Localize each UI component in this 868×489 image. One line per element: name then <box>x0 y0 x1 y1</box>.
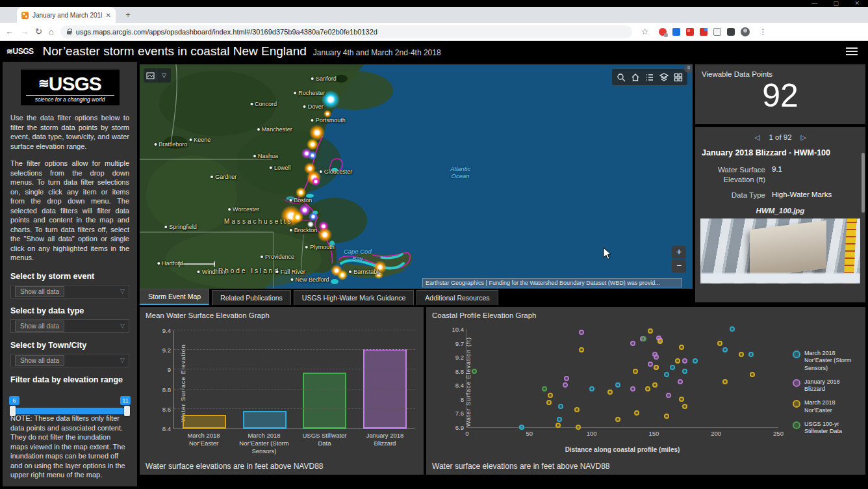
scatter-point[interactable] <box>633 369 638 374</box>
scatter-point[interactable] <box>589 386 594 391</box>
map-layers-icon[interactable] <box>657 69 671 85</box>
scatter-point[interactable] <box>730 326 735 332</box>
scatter-point[interactable] <box>664 414 669 419</box>
scatter-point[interactable] <box>748 352 754 357</box>
forward-button[interactable]: → <box>20 27 29 36</box>
map-home-icon[interactable] <box>628 69 643 85</box>
tab-related-publications[interactable]: Related Publications <box>212 290 291 305</box>
bar[interactable] <box>303 373 346 429</box>
legend-item[interactable]: March 2018 Nor’Easter <box>793 399 862 414</box>
bar[interactable] <box>243 411 287 429</box>
extension-icon[interactable] <box>659 28 667 36</box>
map-image-tool-button[interactable] <box>144 68 157 83</box>
profile-avatar[interactable] <box>741 27 750 36</box>
pager-prev-icon[interactable]: ◁ <box>754 133 760 141</box>
scatter-point[interactable] <box>682 358 687 363</box>
scatter-point[interactable] <box>682 404 687 409</box>
scatter-point[interactable] <box>652 382 657 388</box>
reload-button[interactable]: ↻ <box>35 27 42 36</box>
zoom-out-button[interactable]: − <box>672 259 686 272</box>
tab-additional-resources[interactable]: Additional Resources <box>416 290 498 305</box>
tab-close-icon[interactable]: ✕ <box>106 12 111 19</box>
scatter-point[interactable] <box>555 423 561 428</box>
scatter-point[interactable] <box>634 410 639 416</box>
window-maximize-button[interactable]: ▢ <box>833 1 839 7</box>
scatter-point[interactable] <box>717 341 722 346</box>
storm-event-selected-value[interactable]: Show all data <box>15 286 64 297</box>
slider-min-handle[interactable] <box>10 406 16 416</box>
scatter-point[interactable] <box>472 369 477 374</box>
scatter-point[interactable] <box>666 393 671 398</box>
scatter-point[interactable] <box>645 386 650 391</box>
legend-item[interactable]: March 2018 Nor’Easter (Storm Sensors) <box>793 350 862 372</box>
map-tools-chevron-button[interactable]: ▽ <box>157 68 171 83</box>
scatter-point[interactable] <box>664 372 669 377</box>
extension-icon[interactable] <box>672 28 680 36</box>
legend-item[interactable]: USGS 100-yr Stillwater Data <box>793 421 862 436</box>
map-search-icon[interactable] <box>614 69 628 85</box>
scatter-point[interactable] <box>648 362 653 367</box>
scatter-point[interactable] <box>579 330 584 335</box>
window-close-button[interactable]: ✕ <box>854 1 860 7</box>
hwm-photo[interactable] <box>700 218 860 284</box>
scatter-point[interactable] <box>542 386 547 391</box>
scatter-point[interactable] <box>682 369 687 374</box>
slider-max-handle[interactable] <box>124 406 130 416</box>
scatter-point[interactable] <box>615 417 620 422</box>
town-city-selected-value[interactable]: Show all data <box>15 355 64 366</box>
data-type-selected-value[interactable]: Show all data <box>15 321 64 332</box>
panel-drag-handle-icon[interactable]: ⠿ <box>684 64 693 73</box>
slider-track[interactable] <box>12 408 128 414</box>
scatter-point[interactable] <box>546 400 552 405</box>
scatter-point[interactable] <box>722 379 728 384</box>
scatter-point[interactable] <box>679 397 684 402</box>
details-scrollbar[interactable] <box>862 153 865 213</box>
scatter-point[interactable] <box>563 382 568 388</box>
map-legend-icon[interactable] <box>643 69 657 85</box>
scatter-point[interactable] <box>722 347 728 352</box>
browser-menu-icon[interactable]: ⋮ <box>759 27 767 36</box>
scatter-point[interactable] <box>739 352 744 357</box>
scatter-point[interactable] <box>630 386 635 391</box>
pager-next-icon[interactable]: ▷ <box>801 133 806 141</box>
scatter-point[interactable] <box>679 345 684 350</box>
scatter-point[interactable] <box>678 379 683 384</box>
data-type-dropdown[interactable]: Show all data ▽ <box>10 319 129 333</box>
scatter-point[interactable] <box>654 365 659 370</box>
scatter-point[interactable] <box>557 417 562 422</box>
scatter-point[interactable] <box>750 372 755 377</box>
extension-icon[interactable] <box>700 28 708 36</box>
extension-icon[interactable] <box>713 28 721 36</box>
home-button[interactable]: ⌂ <box>49 27 54 36</box>
zoom-in-button[interactable]: + <box>672 246 686 259</box>
scatter-point[interactable] <box>641 336 646 341</box>
scatter-point[interactable] <box>657 339 663 344</box>
scatter-point[interactable] <box>693 358 698 363</box>
scatter-point[interactable] <box>615 382 620 388</box>
elevation-range-slider[interactable]: 6 11 <box>12 397 128 414</box>
scatter-point[interactable] <box>654 354 659 360</box>
legend-item[interactable]: January 2018 Blizzard <box>793 378 862 393</box>
storm-event-map[interactable]: SanfordRochesterConcordDoverPortsmouthMa… <box>140 64 693 289</box>
scatter-point[interactable] <box>670 365 675 370</box>
scatter-point[interactable] <box>579 347 584 352</box>
tab-hwm-guidance[interactable]: USGS High-Water Mark Guidance <box>294 290 415 305</box>
extension-icon[interactable] <box>686 28 694 36</box>
scatter-point[interactable] <box>558 404 563 409</box>
scatter-point[interactable] <box>564 376 569 381</box>
scatter-point[interactable] <box>519 425 524 430</box>
tab-storm-event-map[interactable]: Storm Event Map <box>140 289 209 305</box>
town-city-dropdown[interactable]: Show all data ▽ <box>10 354 129 367</box>
hamburger-menu-icon[interactable] <box>846 46 858 57</box>
browser-tab[interactable]: January and March 2018 Nor’eas ✕ <box>17 7 116 23</box>
storm-event-dropdown[interactable]: Show all data ▽ <box>10 285 129 298</box>
scatter-point[interactable] <box>648 328 653 334</box>
scatter-point[interactable] <box>576 425 581 430</box>
scatter-point[interactable] <box>675 358 680 363</box>
back-button[interactable]: ← <box>5 27 14 36</box>
new-tab-button[interactable]: + <box>122 9 134 21</box>
scatter-point[interactable] <box>630 341 635 346</box>
window-minimize-button[interactable]: — <box>811 1 817 7</box>
scatter-point[interactable] <box>548 393 553 398</box>
bar[interactable] <box>183 415 226 429</box>
